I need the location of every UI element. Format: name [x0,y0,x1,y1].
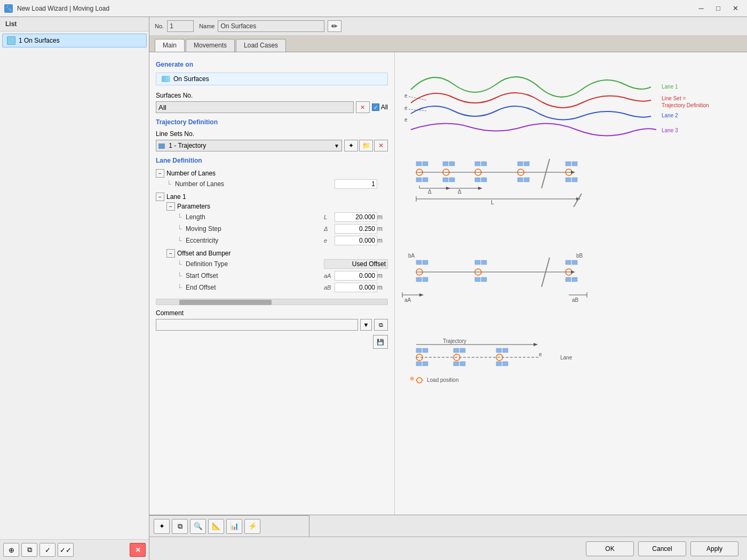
svg-line-29 [542,159,550,188]
add-button[interactable]: ⊕ [3,543,19,557]
save-button[interactable]: 💾 [373,335,388,349]
svg-rect-7 [481,162,487,166]
svg-rect-22 [449,178,455,182]
bottom-right-spacer [309,515,747,537]
toolbar-btn2[interactable]: ⧉ [172,519,188,534]
toolbar-btn3[interactable]: 🔍 [190,519,206,534]
open-trajectory-button[interactable]: 📁 [359,140,373,151]
tab-main[interactable]: Main [155,39,185,52]
scrollbar[interactable] [156,299,388,305]
chevron-down-icon: ▼ [363,322,369,328]
end-offset-symbol: aB [324,284,335,291]
svg-rect-42 [481,260,487,265]
content-split: Generate on On Surfaces Surfaces No. ✕ ✓ [149,52,747,515]
dialog-buttons: OK Cancel Apply [149,537,747,560]
list-item-icon [7,36,15,45]
list-item[interactable]: 1 On Surfaces [2,34,147,47]
svg-marker-63 [534,343,538,346]
cancel-button[interactable]: Cancel [638,541,686,556]
lane1-item: − Lane 1 [156,192,388,202]
num-lanes-value[interactable]: 1 [335,179,377,189]
length-symbol: L [324,214,335,220]
check2-icon: ✓✓ [60,546,71,554]
svg-rect-23 [475,178,480,182]
parameters-group: − Parameters └ Length L 20.000 [166,202,388,293]
comment-copy-button[interactable]: ⧉ [374,319,388,331]
lane-definition-section: Lane Definition − Number of Lanes └ Numb… [156,157,388,293]
start-offset-value[interactable]: 0.000 [335,271,377,281]
end-offset-value[interactable]: 0.000 [335,283,377,292]
svg-rect-26 [524,178,529,182]
copy-button[interactable]: ⧉ [21,543,37,557]
parameters-toggle[interactable]: − [166,202,175,211]
scrollbar-thumb[interactable] [179,300,272,305]
delete-button[interactable]: ✕ [130,543,146,557]
ba-label-diagram: bA [408,253,415,259]
minimize-button[interactable]: ─ [694,3,709,14]
svg-rect-80 [503,362,508,366]
no-field-group: No. [155,20,194,32]
lane-definition-title: Lane Definition [156,157,388,164]
svg-line-38 [574,194,582,207]
svg-rect-3 [423,162,428,166]
all-checkbox[interactable]: ✓ [372,103,379,111]
comment-dropdown-button[interactable]: ▼ [360,319,372,331]
comment-section: Comment ▼ ⧉ [156,309,388,331]
def-type-value[interactable]: Used Offset [324,259,388,269]
star-icon: ✦ [348,142,354,149]
svg-rect-66 [454,348,459,353]
start-offset-label: Start Offset [186,272,324,279]
check2-button[interactable]: ✓✓ [58,543,74,557]
offset-toggle[interactable]: − [166,249,175,258]
delta2-label: Δ [458,189,462,195]
add-icon: ⊕ [9,546,14,554]
surfaces-input[interactable] [156,101,354,113]
ok-button[interactable]: OK [586,541,634,556]
name-field-group: Name ✏ [199,20,341,32]
toolbar-btn5[interactable]: 📊 [226,519,242,534]
moving-step-label: Moving Step [186,225,324,233]
tab-movements[interactable]: Movements [186,39,235,52]
trajectory-buttons: ✦ 📁 ✕ [344,140,388,151]
apply-button[interactable]: Apply [690,541,738,556]
lane1-label: Lane 1 [166,193,186,201]
svg-rect-54 [566,277,571,282]
check-button[interactable]: ✓ [39,543,55,557]
start-offset-symbol: aA [324,273,335,279]
length-value[interactable]: 20.000 [335,212,377,222]
name-row: No. Name ✏ [149,17,747,36]
remove-trajectory-button[interactable]: ✕ [374,140,388,151]
toolbar-btn6[interactable]: ⚡ [244,519,260,534]
comment-row: ▼ ⧉ [156,319,388,331]
no-input[interactable] [167,20,194,32]
eccentricity-value[interactable]: 0.000 [335,236,377,245]
svg-rect-51 [423,277,428,282]
name-input[interactable] [218,20,324,32]
moving-step-symbol: Δ [324,226,335,232]
tabs-container: Main Movements Load Cases [149,36,747,52]
edit-name-button[interactable]: ✏ [328,20,341,32]
offset-diagram: bA bB [402,253,587,303]
eccentricity-symbol: e [324,237,335,244]
toolbar-btn1[interactable]: ✦ [154,519,170,534]
toolbar-btn4[interactable]: 📐 [208,519,224,534]
generate-on-box: On Surfaces [156,73,388,85]
svg-point-81 [417,378,422,383]
maximize-button[interactable]: □ [711,3,726,14]
close-button[interactable]: ✕ [728,3,743,14]
lanes-toggle[interactable]: − [156,169,164,178]
surfaces-input-row: ✕ ✓ All [156,101,388,113]
line-sets-dropdown[interactable]: 1 - Trajectory ▼ [156,140,342,151]
lane3-diagram-label: Lane 3 [662,127,678,133]
svg-rect-9 [524,162,529,166]
l-label-diagram: L [491,199,494,205]
add-trajectory-button[interactable]: ✦ [344,140,358,151]
svg-line-0 [409,97,427,100]
comment-input[interactable] [156,319,358,331]
tab-load-cases[interactable]: Load Cases [236,39,286,52]
lane1-toggle[interactable]: − [156,193,164,201]
remove-icon: ✕ [378,142,384,149]
tool1-icon: ✦ [159,522,165,530]
moving-step-value[interactable]: 0.250 [335,224,377,234]
surfaces-clear-button[interactable]: ✕ [356,101,370,113]
